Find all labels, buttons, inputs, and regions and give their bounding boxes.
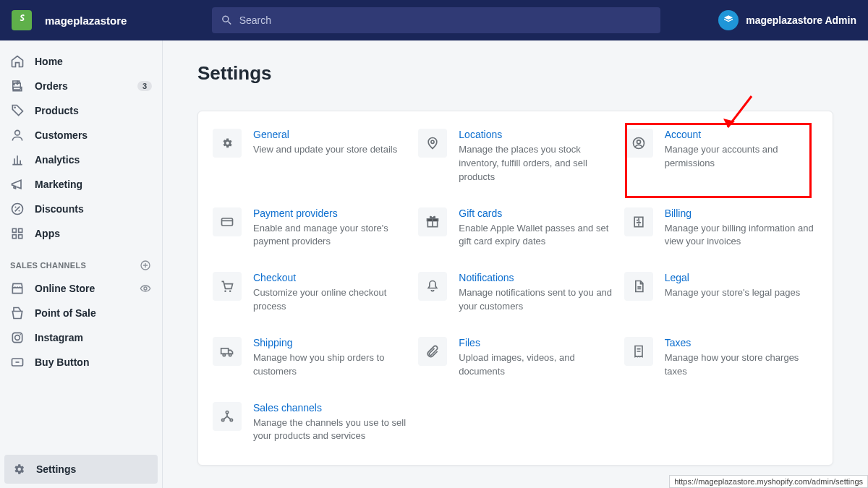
tile-desc: Enable and manage your store's payment p… [253, 222, 407, 249]
settings-tile-files[interactable]: FilesUpload images, videos, and document… [418, 337, 612, 379]
sidebar: HomeOrders3ProductsCustomersAnalyticsMar… [0, 40, 163, 488]
orders-icon [10, 79, 25, 93]
sidebar-item-home[interactable]: Home [0, 49, 162, 74]
sidebar-item-orders[interactable]: Orders3 [0, 74, 162, 98]
user-avatar-icon [718, 10, 739, 30]
sidebar-item-settings[interactable]: Settings [4, 455, 158, 484]
sidebar-item-customers[interactable]: Customers [0, 123, 162, 147]
settings-tile-legal[interactable]: LegalManage your store's legal pages [624, 272, 818, 314]
sidebar-item-apps[interactable]: Apps [0, 221, 162, 246]
receipt-icon [624, 337, 653, 366]
tile-title: Payment providers [253, 207, 407, 219]
apps-icon [10, 226, 25, 241]
svg-point-0 [14, 107, 16, 109]
tile-desc: Manage how you ship orders to customers [253, 351, 407, 379]
sidebar-item-marketing[interactable]: Marketing [0, 172, 162, 197]
tile-title: Account [665, 129, 818, 140]
tile-desc: Upload images, videos, and documents [459, 351, 612, 379]
nav-label: Apps [35, 228, 152, 239]
settings-tile-sales-channels[interactable]: Sales channelsManage the channels you us… [213, 402, 407, 444]
sidebar-item-point-of-sale[interactable]: Point of Sale [0, 301, 162, 325]
sidebar-item-analytics[interactable]: Analytics [0, 147, 162, 172]
gear-icon [12, 462, 26, 476]
eye-icon[interactable] [139, 282, 152, 295]
settings-tile-locations[interactable]: LocationsManage the places you stock inv… [418, 129, 612, 184]
search-input[interactable] [239, 14, 652, 26]
store-name[interactable]: mageplazastore [45, 14, 127, 27]
nav-label: Orders [35, 80, 127, 92]
settings-tile-billing[interactable]: $BillingManage your billing information … [624, 207, 818, 249]
add-channel-icon[interactable] [139, 259, 152, 272]
home-icon [10, 54, 25, 69]
settings-tile-general[interactable]: GeneralView and update your store detail… [213, 129, 407, 184]
main-content: Settings GeneralView and update your sto… [163, 40, 868, 488]
svg-point-27 [226, 411, 228, 413]
sidebar-item-buy-button[interactable]: Buy Button [0, 350, 162, 374]
gear-icon [213, 129, 242, 158]
legal-icon [624, 272, 653, 301]
nav-label: Buy Button [35, 356, 152, 368]
settings-tile-shipping[interactable]: ShippingManage how you ship orders to cu… [213, 337, 407, 379]
user-menu[interactable]: mageplazastore Admin [718, 10, 856, 30]
svg-point-13 [20, 334, 21, 335]
badge: 3 [137, 81, 152, 91]
settings-tile-checkout[interactable]: CheckoutCustomize your online checkout p… [213, 272, 407, 314]
sales-channels-header: SALES CHANNELS [0, 246, 162, 276]
svg-point-15 [431, 140, 434, 143]
nav-label: Point of Sale [35, 307, 152, 319]
tile-title: Gift cards [459, 207, 612, 219]
tile-title: Notifications [459, 272, 612, 283]
sidebar-item-instagram[interactable]: Instagram [0, 325, 162, 350]
tile-desc: Manage your store's legal pages [665, 286, 800, 300]
buybutton-icon [10, 355, 25, 369]
settings-label: Settings [36, 463, 150, 475]
nav-label: Marketing [35, 179, 152, 190]
settings-tile-payment-providers[interactable]: Payment providersEnable and manage your … [213, 207, 407, 249]
svg-point-10 [144, 287, 147, 290]
settings-tile-gift-cards[interactable]: Gift cardsEnable Apple Wallet passes and… [418, 207, 612, 249]
card-icon [213, 207, 242, 236]
tile-title: General [253, 129, 397, 140]
svg-point-17 [637, 140, 640, 144]
search-field[interactable] [212, 7, 660, 33]
svg-rect-6 [19, 228, 22, 232]
sidebar-item-products[interactable]: Products [0, 98, 162, 123]
account-icon [624, 129, 653, 158]
sidebar-item-online-store[interactable]: Online Store [0, 276, 162, 301]
settings-tile-taxes[interactable]: TaxesManage how your store charges taxes [624, 337, 818, 379]
status-bar-url: https://mageplazastore.myshopify.com/adm… [669, 475, 868, 488]
tile-desc: Manage the channels you use to sell your… [253, 416, 407, 444]
discounts-icon [10, 202, 25, 216]
tile-title: Legal [665, 272, 800, 283]
svg-rect-18 [222, 218, 233, 226]
tile-title: Billing [665, 207, 818, 219]
analytics-icon [10, 153, 25, 167]
settings-tile-account[interactable]: AccountManage your accounts and permissi… [624, 129, 818, 184]
sidebar-item-discounts[interactable]: Discounts [0, 197, 162, 221]
tile-title: Files [459, 337, 612, 348]
tile-title: Locations [459, 129, 612, 140]
tile-title: Taxes [665, 337, 818, 348]
nav-label: Instagram [35, 332, 152, 343]
tile-desc: Manage how your store charges taxes [665, 351, 818, 379]
tile-title: Checkout [253, 272, 407, 283]
svg-point-3 [15, 207, 17, 208]
svg-rect-7 [12, 235, 16, 239]
tile-desc: Customize your online checkout process [253, 286, 407, 314]
nav-label: Online Store [35, 283, 129, 294]
top-bar: mageplazastore mageplazastore Admin [0, 0, 868, 40]
tile-desc: Enable Apple Wallet passes and set gift … [459, 222, 612, 249]
nav-label: Customers [35, 129, 152, 141]
tile-title: Sales channels [253, 402, 407, 414]
shopify-logo[interactable] [12, 10, 32, 30]
svg-point-22 [224, 291, 226, 293]
tile-title: Shipping [253, 337, 407, 348]
svg-point-23 [229, 291, 231, 293]
instagram-icon [10, 330, 25, 345]
settings-tile-notifications[interactable]: NotificationsManage notifications sent t… [418, 272, 612, 314]
svg-rect-5 [12, 228, 16, 232]
gift-icon [418, 207, 447, 236]
nav-label: Analytics [35, 154, 152, 166]
search-icon [221, 14, 233, 27]
shop-s-icon [16, 14, 27, 27]
